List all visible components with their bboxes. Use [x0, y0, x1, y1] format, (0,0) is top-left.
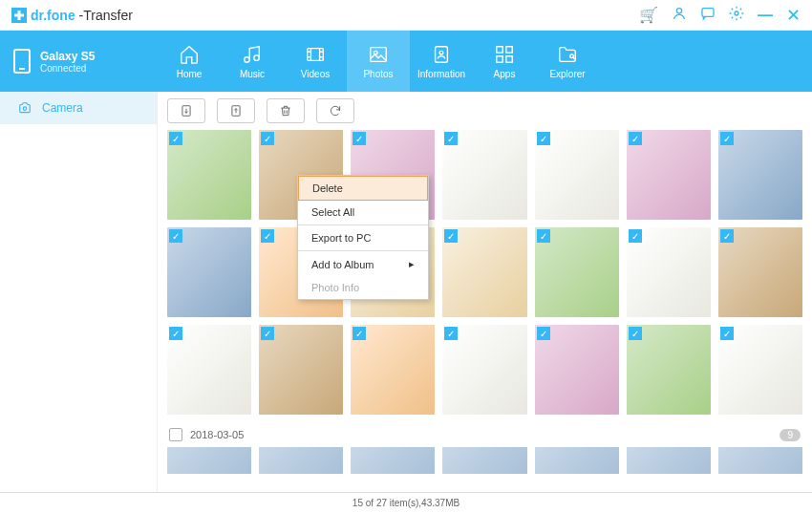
- tab-information[interactable]: Information: [410, 31, 473, 92]
- check-icon: ✓: [169, 229, 182, 243]
- check-icon: ✓: [537, 229, 550, 243]
- app-title: dr.fone -Transfer: [31, 8, 133, 23]
- checkbox[interactable]: [169, 428, 182, 441]
- nav-tabs: Home Music Videos Photos Information App…: [158, 31, 812, 92]
- home-icon: [179, 44, 200, 65]
- date-group-header[interactable]: 2018-03-05 9: [167, 422, 802, 447]
- info-icon: [431, 44, 452, 65]
- photo-thumb[interactable]: ✓: [535, 130, 619, 220]
- photo-thumb[interactable]: ✓: [167, 325, 251, 415]
- tab-videos[interactable]: Videos: [284, 31, 347, 92]
- content: ✓ ✓ ✓ ✓ ✓ ✓ ✓ ✓ ✓ ✓ ✓ ✓ ✓ ✓ ✓ ✓ ✓ ✓: [158, 92, 812, 492]
- import-button[interactable]: [167, 98, 205, 123]
- photo-thumb[interactable]: [351, 447, 435, 474]
- svg-rect-11: [506, 46, 512, 52]
- check-icon: ✓: [169, 132, 182, 145]
- photo-thumb[interactable]: ✓: [442, 325, 526, 415]
- feedback-icon[interactable]: [700, 6, 716, 25]
- ctx-select-all[interactable]: Select All: [298, 201, 428, 224]
- photo-thumb[interactable]: ✓: [535, 227, 619, 317]
- check-icon: ✓: [720, 229, 734, 243]
- device-name: Galaxy S5: [40, 50, 95, 63]
- check-icon: ✓: [537, 327, 550, 340]
- user-icon[interactable]: [672, 6, 687, 25]
- navbar: Galaxy S5 Connected Home Music Videos Ph…: [0, 31, 812, 92]
- check-icon: ✓: [353, 327, 366, 340]
- check-icon: ✓: [444, 327, 458, 340]
- ctx-add-to-album[interactable]: Add to Album▸: [298, 252, 428, 276]
- date-label: 2018-03-05: [190, 429, 244, 440]
- context-menu: Delete Select All Export to PC Add to Al…: [297, 175, 429, 300]
- tab-explorer[interactable]: Explorer: [536, 31, 599, 92]
- check-icon: ✓: [629, 132, 642, 145]
- tab-home[interactable]: Home: [158, 31, 221, 92]
- tab-photos[interactable]: Photos: [347, 31, 410, 92]
- photo-thumb[interactable]: ✓: [627, 325, 711, 415]
- photo-thumb[interactable]: ✓: [442, 130, 526, 220]
- minimize-button[interactable]: —: [758, 7, 773, 24]
- svg-point-3: [245, 56, 250, 62]
- photo-thumb[interactable]: ✓: [627, 130, 711, 220]
- cart-icon[interactable]: 🛒: [639, 6, 658, 24]
- photo-thumb[interactable]: ✓: [718, 227, 802, 317]
- photo-thumb[interactable]: [259, 447, 343, 474]
- photo-thumb[interactable]: [535, 447, 619, 474]
- photo-thumb[interactable]: ✓: [167, 130, 251, 220]
- photo-thumb[interactable]: [627, 447, 711, 474]
- photo-thumb[interactable]: ✓: [627, 227, 711, 317]
- check-icon: ✓: [720, 327, 734, 340]
- svg-rect-10: [497, 46, 502, 52]
- device-panel[interactable]: Galaxy S5 Connected: [0, 31, 158, 92]
- photo-thumb[interactable]: ✓: [718, 130, 802, 220]
- plus-icon: [11, 8, 27, 23]
- check-icon: ✓: [261, 229, 274, 243]
- ctx-photo-info: Photo Info: [298, 276, 428, 299]
- check-icon: ✓: [720, 132, 734, 145]
- date-count: 9: [780, 429, 801, 441]
- photo-thumb[interactable]: ✓: [442, 227, 526, 317]
- svg-rect-13: [506, 55, 512, 61]
- check-icon: ✓: [444, 132, 458, 145]
- delete-button[interactable]: [267, 98, 305, 123]
- photo-thumb[interactable]: ✓: [167, 227, 251, 317]
- check-icon: ✓: [169, 327, 182, 340]
- svg-point-4: [254, 54, 260, 59]
- close-button[interactable]: ✕: [786, 5, 801, 26]
- svg-rect-5: [308, 48, 324, 60]
- export-button[interactable]: [217, 98, 255, 123]
- app-logo: dr.fone -Transfer: [11, 8, 133, 23]
- check-icon: ✓: [444, 229, 458, 243]
- device-status: Connected: [40, 63, 95, 74]
- ctx-export[interactable]: Export to PC: [298, 226, 428, 249]
- tab-apps[interactable]: Apps: [473, 31, 536, 92]
- svg-rect-1: [702, 8, 714, 16]
- photos-icon: [368, 44, 389, 65]
- svg-point-14: [570, 54, 574, 58]
- photo-thumb[interactable]: [167, 447, 251, 474]
- music-icon: [242, 44, 263, 65]
- photo-thumb[interactable]: [442, 447, 526, 474]
- svg-point-0: [676, 8, 681, 12]
- check-icon: ✓: [629, 327, 642, 340]
- check-icon: ✓: [629, 229, 642, 243]
- refresh-button[interactable]: [316, 98, 354, 123]
- check-icon: ✓: [537, 132, 550, 145]
- photo-thumb[interactable]: ✓: [351, 325, 435, 415]
- sidebar-item-camera[interactable]: Camera: [0, 92, 157, 124]
- status-bar: 15 of 27 item(s),43.37MB: [0, 492, 812, 513]
- titlebar: dr.fone -Transfer 🛒 — ✕: [0, 0, 812, 31]
- photo-thumb[interactable]: ✓: [259, 325, 343, 415]
- photo-thumb[interactable]: ✓: [718, 325, 802, 415]
- camera-icon: [17, 101, 32, 115]
- tab-music[interactable]: Music: [221, 31, 284, 92]
- svg-point-9: [439, 51, 443, 54]
- toolbar: [158, 92, 812, 130]
- svg-rect-12: [497, 55, 502, 61]
- phone-icon: [13, 49, 31, 74]
- device-info: Galaxy S5 Connected: [40, 50, 95, 74]
- photo-thumb[interactable]: [718, 447, 802, 474]
- photo-thumb[interactable]: ✓: [535, 325, 619, 415]
- photo-grid: ✓ ✓ ✓ ✓ ✓ ✓ ✓ ✓ ✓ ✓ ✓ ✓ ✓ ✓ ✓ ✓ ✓ ✓: [158, 130, 812, 492]
- settings-icon[interactable]: [729, 6, 744, 25]
- ctx-delete[interactable]: Delete: [298, 176, 428, 201]
